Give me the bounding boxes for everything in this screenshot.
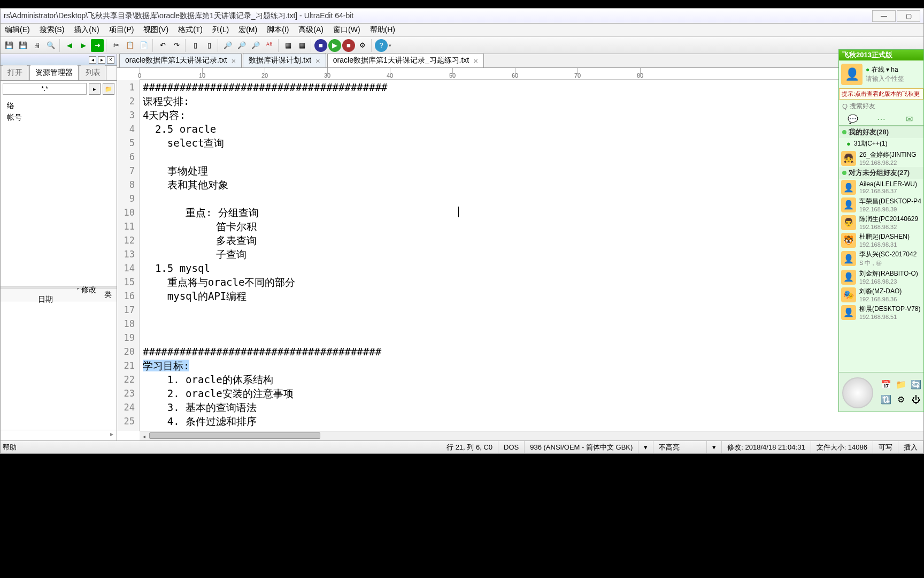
print-icon[interactable]: 🖨 [30,39,43,52]
horizontal-scrollbar[interactable]: ◂ [140,431,923,440]
filter-browse-icon[interactable]: 📁 [103,83,114,95]
toolbar-overflow-icon[interactable]: ▾ [389,43,391,48]
feiqiu-tab-chat-icon[interactable]: 💬 [839,112,867,125]
maximize-button[interactable]: ▢ [897,10,920,22]
feiqiu-signature[interactable]: 请输入个性签 [866,74,904,83]
tree-item[interactable]: 帐号 [4,112,113,124]
side-nav-close-icon[interactable]: × [107,56,114,64]
paste-icon[interactable]: 📄 [137,39,150,52]
menu-advanced[interactable]: 高级(A) [298,25,324,35]
back-icon[interactable]: ◀ [63,39,76,52]
file-tree[interactable]: 络 帐号 [1,97,117,286]
status-encoding-dd[interactable]: ▾ [638,441,653,453]
status-highlight-dd[interactable]: ▾ [707,441,722,453]
menu-script[interactable]: 脚本(I) [267,25,289,35]
col-type-label[interactable]: 类 [99,290,117,300]
bookmark1-icon[interactable]: ▯ [189,39,202,52]
filter-input[interactable] [3,83,87,95]
save-all-icon[interactable]: 💾 [17,39,29,52]
menu-macro[interactable]: 宏(M) [238,25,257,35]
feiqiu-tab-group-icon[interactable]: ⋯ [867,112,896,125]
menu-view[interactable]: 视图(V) [143,25,168,35]
save-icon[interactable]: 💾 [3,39,16,52]
feiqiu-tip[interactable]: 提示:点击查看此版本的飞秋更 [839,88,923,100]
side-tab-list[interactable]: 列表 [80,65,106,80]
side-tab-open[interactable]: 打开 [2,65,28,80]
feiqiu-search[interactable]: Q [839,100,923,112]
close-icon[interactable]: × [232,56,236,65]
menu-help[interactable]: 帮助(H) [370,25,395,35]
doc-tab-label: oracle数据库第1天讲课记录_习题练习.txt [333,56,469,65]
contact-item[interactable]: 🐯杜鹏起(DASHEN)192.168.98.31 [839,231,923,249]
find-icon[interactable]: 🔎 [221,39,234,52]
menu-window[interactable]: 窗口(W) [333,25,360,35]
contact-item[interactable]: 👤刘金辉(RABBITO-O)192.168.98.23 [839,268,923,286]
hscroll-left-icon[interactable]: ◂ [140,432,148,440]
side-tab-explorer[interactable]: 资源管理器 [29,65,79,80]
side-nav-right-icon[interactable]: ▸ [98,56,105,64]
filter-go-icon[interactable]: ▸ [89,83,101,95]
play-macro-icon[interactable]: ▶ [328,39,341,52]
tree-item[interactable]: 络 [4,100,113,112]
menu-search[interactable]: 搜索(S) [40,25,65,35]
side-nav-left-icon[interactable]: ◂ [89,56,96,64]
feiqiu-search-input[interactable] [850,102,924,110]
feiqiu-panel[interactable]: 飞秋2013正式版 👤 ● 在线 ▾ ha 请输入个性签 提示:点击查看此版本的… [838,49,924,412]
doc-tab[interactable]: oracle数据库第1天讲课记录.txt× [119,53,242,67]
feiqiu-tab-recent-icon[interactable]: ✉ [895,112,923,125]
menu-column[interactable]: 列(L) [212,25,229,35]
contact-item[interactable]: 🎭刘淼(MZ-DAO)192.168.98.36 [839,286,923,303]
feiqiu-group-friends[interactable]: 我的好友(28) [839,126,923,138]
contact-item[interactable]: 👤李从兴(SC-2017042S 中 , ㊙ [839,249,923,268]
feiqiu-bottom-avatar[interactable] [842,377,873,408]
preview-icon[interactable]: 🔍 [44,39,57,52]
contact-item[interactable]: 👤Ailea(AILELER-WU)192.168.98.37 [839,179,923,196]
close-icon[interactable]: × [315,56,320,65]
forward-icon[interactable]: ▶ [77,39,90,52]
folder-icon[interactable]: 📁 [896,379,906,390]
power-icon[interactable]: ⏻ [911,394,921,405]
redo-icon[interactable]: ↷ [170,39,183,52]
contact-item[interactable]: 👤柳晨(DESKTOP-V78)192.168.98.51 [839,303,923,321]
menu-edit[interactable]: 编辑(E) [5,25,30,35]
go-icon[interactable]: ➜ [91,39,104,52]
bookmark2-icon[interactable]: ▯ [203,39,215,52]
feiqiu-my-avatar[interactable]: 👤 [841,64,863,85]
tool2-icon[interactable]: ▦ [296,39,309,52]
replace-icon[interactable]: ᴬᴮ [263,39,276,52]
find-prev-icon[interactable]: 🔎 [235,39,248,52]
gear-icon[interactable]: ⚙ [896,394,906,405]
status-highlight: 不高亮 [653,441,707,453]
stop-macro-icon[interactable]: ■ [342,39,355,52]
code-area[interactable]: ########################################… [140,80,923,431]
contact-name: 刘淼(MZ-DAO) [859,287,921,296]
feiqiu-title[interactable]: 飞秋2013正式版 [839,50,923,60]
help-icon[interactable]: ? [375,39,388,52]
menu-format[interactable]: 格式(T) [178,25,203,35]
cut-icon[interactable]: ✂ [110,39,122,52]
minimize-button[interactable]: — [872,10,896,22]
tool1-icon[interactable]: ▦ [282,39,295,52]
hscroll-thumb[interactable] [149,432,320,439]
transfer-icon[interactable]: 🔄 [911,379,921,390]
refresh-icon[interactable]: 🔃 [881,394,891,405]
contact-item[interactable]: 👨陈润生(PC20140629192.168.98.32 [839,214,923,231]
copy-icon[interactable]: 📋 [124,39,136,52]
rec-macro-icon[interactable]: ■ [314,39,327,52]
undo-icon[interactable]: ↶ [156,39,169,52]
feiqiu-status[interactable]: 在线 [872,66,884,73]
feiqiu-subgroup[interactable]: 31期C++(1) [854,139,888,148]
side-scroll-indicator[interactable]: ▸ [1,430,117,440]
menu-insert[interactable]: 插入(N) [74,25,99,35]
settings-icon[interactable]: ⚙ [356,39,369,52]
close-icon[interactable]: × [473,56,478,65]
calendar-icon[interactable]: 📅 [881,379,891,390]
doc-tab[interactable]: 数据库讲课计划.txt× [243,53,326,67]
menu-project[interactable]: 项目(P) [109,25,134,35]
contact-item[interactable]: 👧26_金婷婷(JINTING192.168.98.22 [839,149,923,167]
toolbar: 💾 💾 🖨 🔍 ◀ ▶ ➜ ✂ 📋 📄 ↶ ↷ ▯ ▯ 🔎 🔎 🔎 ᴬᴮ ▦ ▦… [1,37,923,54]
find-next-icon[interactable]: 🔎 [249,39,262,52]
feiqiu-group-ungrouped[interactable]: 对方未分组好友(27) [839,167,923,179]
contact-item[interactable]: 👤车荣昌(DESKTOP-P4192.168.98.39 [839,196,923,214]
doc-tab[interactable]: oracle数据库第1天讲课记录_习题练习.txt× [327,53,484,67]
